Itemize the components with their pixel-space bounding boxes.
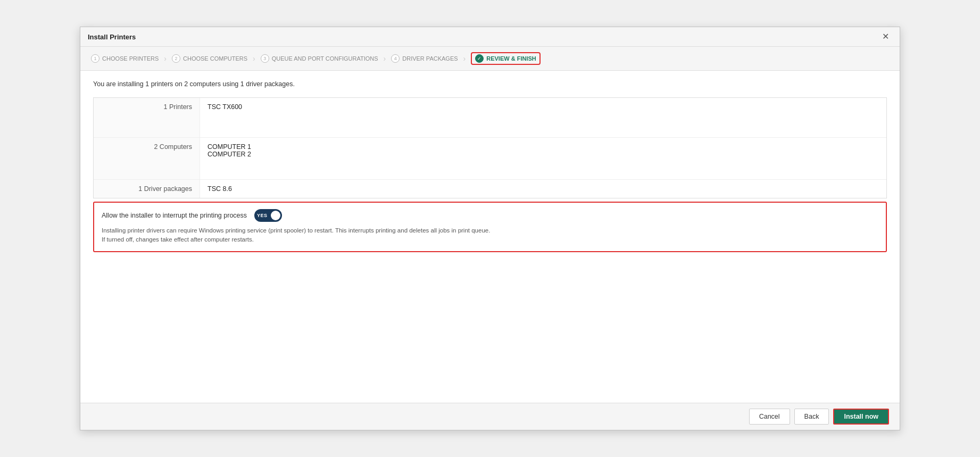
computers-label: 2 Computers (94, 138, 200, 179)
step-label-5: REVIEW & FINISH (486, 55, 536, 62)
step-circle-4: 4 (391, 54, 400, 63)
step-driver-packages[interactable]: 4 DRIVER PACKAGES (391, 54, 458, 63)
summary-text: You are installing 1 printers on 2 compu… (93, 80, 887, 88)
dialog-titlebar: Install Printers ✕ (80, 27, 900, 47)
interrupt-toggle[interactable]: YES (254, 209, 282, 222)
install-printers-dialog: Install Printers ✕ 1 CHOOSE PRINTERS › 2… (80, 27, 900, 430)
toggle-line: Allow the installer to interrupt the pri… (102, 209, 878, 222)
step-review-finish[interactable]: ✓ REVIEW & FINISH (475, 54, 536, 63)
dialog-body: You are installing 1 printers on 2 compu… (80, 71, 900, 403)
step-circle-3: 3 (261, 54, 269, 63)
drivers-label: 1 Driver packages (94, 180, 200, 198)
step-sep-3: › (384, 54, 386, 63)
toggle-desc-line2: If turned off, changes take effect after… (102, 235, 878, 244)
drivers-value: TSC 8.6 (200, 180, 886, 198)
step-choose-printers[interactable]: 1 CHOOSE PRINTERS (91, 54, 159, 63)
toggle-yes-label: YES (257, 213, 268, 218)
step-choose-computers[interactable]: 2 CHOOSE COMPUTERS (172, 54, 247, 63)
step-sep-1: › (164, 54, 167, 63)
toggle-section: Allow the installer to interrupt the pri… (93, 202, 887, 252)
step-queue-port[interactable]: 3 QUEUE AND PORT CONFIGURATIONS (261, 54, 378, 63)
printers-row: 1 Printers TSC TX600 (94, 98, 886, 137)
printer-value-1: TSC TX600 (207, 103, 879, 111)
step-label-3: QUEUE AND PORT CONFIGURATIONS (272, 55, 378, 62)
printers-row-wrapper: 1 Printers TSC TX600 (94, 98, 886, 138)
computers-value: COMPUTER 1 COMPUTER 2 (200, 138, 886, 179)
toggle-track: YES (254, 209, 282, 222)
step-label-1: CHOOSE PRINTERS (102, 55, 159, 62)
close-button[interactable]: ✕ (879, 31, 892, 42)
step-review-finish-box: ✓ REVIEW & FINISH (471, 52, 541, 65)
step-label-2: CHOOSE COMPUTERS (183, 55, 247, 62)
back-button[interactable]: Back (794, 409, 829, 425)
toggle-desc-line1: Installing printer drivers can require W… (102, 226, 878, 235)
computer-value-2: COMPUTER 2 (207, 151, 879, 158)
toggle-knob (271, 211, 280, 220)
step-circle-5: ✓ (475, 54, 484, 63)
step-circle-1: 1 (91, 54, 99, 63)
computers-row: 2 Computers COMPUTER 1 COMPUTER 2 (94, 138, 886, 179)
step-sep-4: › (463, 54, 466, 63)
step-label-4: DRIVER PACKAGES (402, 55, 458, 62)
cancel-button[interactable]: Cancel (749, 409, 790, 425)
toggle-description: Installing printer drivers can require W… (102, 226, 878, 245)
dialog-title: Install Printers (88, 33, 136, 41)
toggle-label: Allow the installer to interrupt the pri… (102, 212, 247, 219)
steps-bar: 1 CHOOSE PRINTERS › 2 CHOOSE COMPUTERS ›… (80, 47, 900, 71)
step-sep-2: › (253, 54, 255, 63)
drivers-row: 1 Driver packages TSC 8.6 (94, 180, 886, 198)
review-section: 1 Printers TSC TX600 2 Computers COMPUTE… (93, 97, 887, 198)
install-now-button[interactable]: Install now (833, 409, 889, 425)
step-circle-2: 2 (172, 54, 180, 63)
computers-row-wrapper: 2 Computers COMPUTER 1 COMPUTER 2 (94, 138, 886, 180)
dialog-footer: Cancel Back Install now (80, 403, 900, 430)
drivers-row-wrapper: 1 Driver packages TSC 8.6 (94, 180, 886, 198)
printers-label: 1 Printers (94, 98, 200, 137)
printers-value: TSC TX600 (200, 98, 886, 137)
computer-value-1: COMPUTER 1 (207, 143, 879, 151)
